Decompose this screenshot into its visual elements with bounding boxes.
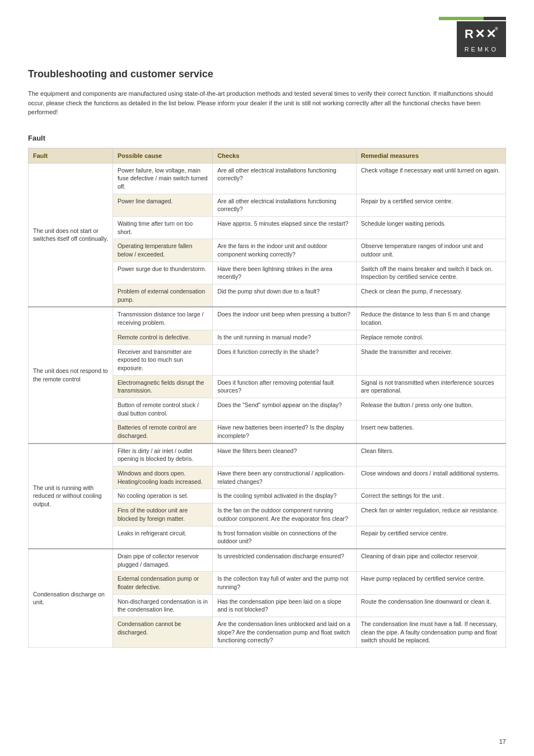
fault-cell: The unit does not start or switches itse… <box>29 163 113 307</box>
cause-cell: Problem of external condensation pump. <box>113 284 213 307</box>
check-cell: Are all other electrical installations f… <box>213 194 356 216</box>
cause-cell: Fins of the outdoor unit are blocked by … <box>113 503 213 526</box>
check-cell: Have the filters been cleaned? <box>213 444 356 466</box>
col-cause: Possible cause <box>113 148 213 163</box>
remedy-cell: Reduce the distance to less than 6 m and… <box>356 307 505 330</box>
check-cell: Is the unit running in manual mode? <box>213 330 356 344</box>
check-cell: Does the "Send" symbol appear on the dis… <box>213 398 356 420</box>
table-row: The unit is running with reduced or with… <box>29 444 506 466</box>
footer-page-number: 17 <box>499 738 506 745</box>
remedy-cell: Check or clean the pump, if necessary. <box>356 284 505 307</box>
cause-cell: Non-discharged condensation is in the co… <box>113 594 213 617</box>
cause-cell: Filter is dirty / air inlet / outlet ope… <box>113 444 213 466</box>
check-cell: Is the collection tray full of water and… <box>213 572 356 594</box>
remedy-cell: Correct the settings for the unit . <box>356 489 505 503</box>
cause-cell: Operating temperature fallen below / exc… <box>113 239 213 262</box>
check-cell: Is unrestricted condensation discharge e… <box>213 549 356 572</box>
logo-box: R ✕ ✕ ® REMKO <box>457 21 506 57</box>
remedy-cell: Insert new batteries. <box>356 421 505 444</box>
check-cell: Have approx. 5 minutes elapsed since the… <box>213 216 356 239</box>
cause-cell: Button of remote control stuck / dual bu… <box>113 398 213 420</box>
cause-cell: Leaks in refrigerant circuit. <box>113 526 213 549</box>
remedy-cell: Repair by a certified service centre. <box>356 194 505 216</box>
remedy-cell: Route the condensation line downward or … <box>356 594 505 617</box>
cause-cell: Drain pipe of collector reservoir plugge… <box>113 549 213 572</box>
remko-logo-icon: R ✕ ✕ ® <box>465 26 498 41</box>
remedy-cell: Repair by certified service centre. <box>356 526 505 549</box>
cause-cell: Power failure, low voltage, main fuse de… <box>113 163 213 194</box>
col-fault: Fault <box>29 148 113 163</box>
table-header-row: Fault Possible cause Checks Remedial mea… <box>29 148 506 163</box>
check-cell: Have there been lightning strikes in the… <box>213 262 356 284</box>
cause-cell: Windows and doors open. Heating/cooling … <box>113 466 213 489</box>
remedy-cell: Replace remote control. <box>356 330 505 344</box>
page-title: Troubleshooting and customer service <box>28 68 506 80</box>
check-cell: Are the condensation lines unblocked and… <box>213 617 356 648</box>
cause-cell: Receiver and transmitter are exposed to … <box>113 344 213 375</box>
remedy-cell: Shade the transmitter and receiver. <box>356 344 505 375</box>
check-cell: Does it function correctly in the shade? <box>213 344 356 375</box>
cause-cell: External condensation pump or floater de… <box>113 572 213 594</box>
col-checks: Checks <box>213 148 356 163</box>
remedy-cell: Check voltage if necessary wait until tu… <box>356 163 505 194</box>
table-body: The unit does not start or switches itse… <box>29 163 506 648</box>
cause-cell: Transmission distance too large / receiv… <box>113 307 213 330</box>
check-cell: Does the indoor unit beep when pressing … <box>213 307 356 330</box>
remedy-cell: Observe temperature ranges of indoor uni… <box>356 239 505 262</box>
logo-top-bar <box>439 17 506 20</box>
fault-cell: Condensation discharge on unit. <box>29 549 113 648</box>
svg-text:✕: ✕ <box>475 27 486 41</box>
check-cell: Have there been any constructional / app… <box>213 466 356 489</box>
troubleshooting-table: Fault Possible cause Checks Remedial mea… <box>28 148 506 648</box>
remedy-cell: Check fan or winter regulation, reduce a… <box>356 503 505 526</box>
fault-label: The unit does not start or switches itse… <box>33 227 108 242</box>
cause-cell: Remote control is defective. <box>113 330 213 344</box>
cause-cell: Condensation cannot be discharged. <box>113 617 213 648</box>
page: R ✕ ✕ ® REMKO Troubleshooting and custom… <box>0 0 534 756</box>
logo-bar-green <box>439 17 484 20</box>
cause-cell: Waiting time after turn on too short. <box>113 216 213 239</box>
logo-area: R ✕ ✕ ® REMKO <box>439 17 506 57</box>
svg-text:®: ® <box>495 26 498 31</box>
remedy-cell: Close windows and doors / install additi… <box>356 466 505 489</box>
svg-text:R: R <box>465 27 475 41</box>
remedy-cell: Schedule longer waiting periods. <box>356 216 505 239</box>
header: R ✕ ✕ ® REMKO <box>28 17 506 57</box>
check-cell: Does it function after removing potentia… <box>213 375 356 398</box>
col-remedy: Remedial measures <box>356 148 505 163</box>
remedy-cell: Switch off the mains breaker and switch … <box>356 262 505 284</box>
fault-cell: The unit is running with reduced or with… <box>29 444 113 549</box>
table-row: The unit does not start or switches itse… <box>29 163 506 194</box>
intro-text: The equipment and components are manufac… <box>28 89 506 117</box>
check-cell: Has the condensation pipe been laid on a… <box>213 594 356 617</box>
fault-label: Condensation discharge on unit. <box>33 591 105 606</box>
table-row: Condensation discharge on unit.Drain pip… <box>29 549 506 572</box>
check-cell: Are all other electrical installations f… <box>213 163 356 194</box>
cause-cell: Electromagnetic fields disrupt the trans… <box>113 375 213 398</box>
check-cell: Have new batteries been inserted? Is the… <box>213 421 356 444</box>
remedy-cell: Clean filters. <box>356 444 505 466</box>
check-cell: Is the fan on the outdoor component runn… <box>213 503 356 526</box>
logo-bar-dark <box>484 17 506 20</box>
check-cell: Are the fans in the indoor unit and outd… <box>213 239 356 262</box>
remedy-cell: Signal is not transmitted when interfere… <box>356 375 505 398</box>
fault-section-heading: Fault <box>28 134 506 142</box>
check-cell: Is frost formation visible on connection… <box>213 526 356 549</box>
logo-letters: R ✕ ✕ ® <box>465 26 498 45</box>
check-cell: Did the pump shut down due to a fault? <box>213 284 356 307</box>
remedy-cell: Cleaning of drain pipe and collector res… <box>356 549 505 572</box>
remedy-cell: Release the button / press only one butt… <box>356 398 505 420</box>
check-cell: Is the cooling symbol activated in the d… <box>213 489 356 503</box>
cause-cell: Power line damaged. <box>113 194 213 216</box>
logo-brand: REMKO <box>465 46 498 53</box>
cause-cell: Power surge due to thunderstorm. <box>113 262 213 284</box>
fault-label: The unit is running with reduced or with… <box>33 484 102 507</box>
fault-cell: The unit does not respond to the remote … <box>29 307 113 443</box>
remedy-cell: The condensation line must have a fall. … <box>356 617 505 648</box>
fault-label: The unit does not respond to the remote … <box>33 367 108 382</box>
table-row: The unit does not respond to the remote … <box>29 307 506 330</box>
cause-cell: Batteries of remote control are discharg… <box>113 421 213 444</box>
cause-cell: No cooling operation is set. <box>113 489 213 503</box>
remedy-cell: Have pump replaced by certified service … <box>356 572 505 594</box>
